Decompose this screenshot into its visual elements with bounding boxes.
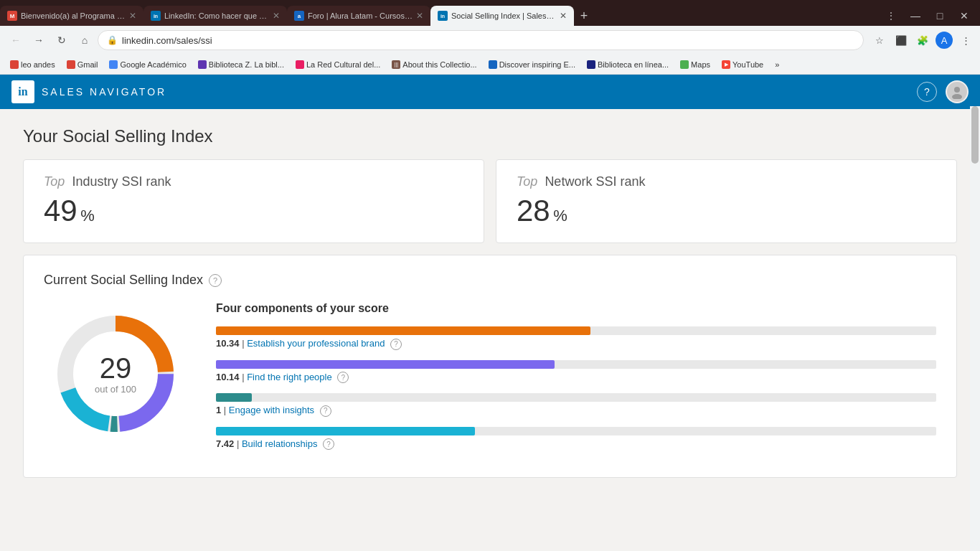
ssi-card: Current Social Selling Index ? [23,255,957,478]
network-rank-value-row: 28 % [517,194,936,228]
component-build-help-icon[interactable]: ? [323,438,334,450]
component-engage-help-icon[interactable]: ? [320,405,331,417]
component-build-bar-fill [216,427,475,435]
component-find-link[interactable]: Find the right people [247,372,332,382]
component-find-help-icon[interactable]: ? [337,372,349,383]
user-avatar[interactable] [946,80,969,103]
industry-rank-header: Top Industry SSI rank [44,174,463,191]
toolbar-icons: ☆ ⬛ 🧩 A ⋮ [871,32,974,49]
bookmark-about-collection[interactable]: ||| About this Collectio... [387,59,481,70]
rank-cards-row: Top Industry SSI rank 49 % Top Network S… [23,159,957,243]
new-tab-button[interactable]: + [574,6,594,26]
minimize-btn[interactable]: — [905,6,925,26]
tab-linkedin[interactable]: in LinkedIn: Como hacer que tu per... ✕ [143,6,287,26]
linkedin-in-text: in [18,85,27,98]
header-right: ? [917,80,969,103]
component-brand-bar-fill [216,326,590,335]
industry-rank-number: 49 [44,194,77,227]
component-engage-value: 1 [216,405,221,415]
donut-label: out of 100 [95,384,136,395]
tab3-close[interactable]: ✕ [416,11,423,21]
ssi-help-icon[interactable]: ? [209,274,222,287]
bookmark-biblioteca-z[interactable]: Biblioteca Z. La bibl... [194,59,288,70]
component-brand-link[interactable]: Establish your professional brand [247,338,385,349]
component-brand-help-icon[interactable]: ? [390,339,402,350]
component-build-link[interactable]: Build relationships [242,438,318,449]
ssi-chart-area: 29 out of 100 [44,302,187,446]
component-build-value: 7.42 [216,438,234,449]
network-rank-card: Top Network SSI rank 28 % [496,159,957,243]
help-header-icon[interactable]: ? [917,82,937,102]
network-rank-header: Top Network SSI rank [517,174,936,191]
component-engage-bar-bg [216,393,936,402]
browser-chrome: M Bienvenido(a) al Programa ONE... ✕ in … [0,0,980,75]
network-top-label: Top [517,174,537,189]
address-bar[interactable]: 🔒 linkedin.com/sales/ssi [98,30,864,50]
tab1-label: Bienvenido(a) al Programa ONE... [21,11,126,20]
back-btn[interactable]: ← [6,30,26,50]
tab-ssi-active[interactable]: in Social Selling Index | Sales Navig...… [430,6,574,26]
reload-btn[interactable]: ↻ [52,30,72,50]
main-content: Your Social Selling Index Top Industry S… [0,109,980,551]
component-brand-value: 10.34 [216,338,240,349]
ssi-title-text: Current Social Selling Index [44,273,203,288]
bookmark-red-cultural[interactable]: La Red Cultural del... [291,59,385,70]
component-build-bar-bg [216,427,936,435]
bookmark-leo-andes[interactable]: leo andes [6,59,60,70]
components-title: Four components of your score [216,302,936,315]
industry-rank-label: Industry SSI rank [72,174,171,189]
component-build: 7.42 | Build relationships ? [216,427,936,451]
bookmark-google-academico[interactable]: Google Académico [105,59,190,70]
industry-rank-value-row: 49 % [44,194,463,228]
components-area: Four components of your score 10.34 | Es… [216,302,936,460]
svg-point-1 [952,94,962,99]
bookmarks-bar: leo andes Gmail Google Académico Bibliot… [0,55,980,75]
tab4-label: Social Selling Index | Sales Navig... [451,11,556,20]
component-engage: 1 | Engage with insights ? [216,393,936,417]
chrome-menu-icon[interactable]: ⋮ [957,32,974,49]
component-brand-bar-bg [216,326,936,335]
logo-area: in SALES NAVIGATOR [11,80,166,103]
maximize-btn[interactable]: □ [930,6,950,26]
address-text: linkedin.com/sales/ssi [122,35,212,46]
forward-btn[interactable]: → [29,30,49,50]
ssi-content: 29 out of 100 Four components of your sc… [44,302,936,460]
component-find-value: 10.14 [216,372,240,382]
tab2-close[interactable]: ✕ [273,11,280,21]
component-engage-label: 1 | Engage with insights ? [216,405,936,417]
network-rank-number: 28 [517,194,550,227]
donut-value: 29 [95,354,136,382]
bookmark-youtube[interactable]: ▶ YouTube [717,59,768,70]
tab-gmail[interactable]: M Bienvenido(a) al Programa ONE... ✕ [0,6,143,26]
component-engage-link[interactable]: Engage with insights [229,405,314,415]
tab4-close[interactable]: ✕ [560,11,567,21]
tab-bar: M Bienvenido(a) al Programa ONE... ✕ in … [0,0,980,26]
home-btn[interactable]: ⌂ [75,30,95,50]
close-btn[interactable]: ✕ [954,6,974,26]
linkedin-logo[interactable]: in [11,80,34,103]
component-brand-label: 10.34 | Establish your professional bran… [216,338,936,350]
bookmark-maps[interactable]: Maps [676,59,715,70]
bookmark-biblioteca-linea[interactable]: Biblioteca en línea... [583,59,673,70]
tab-alura[interactable]: a Foro | Alura Latam - Cursos onlin... ✕ [287,6,430,26]
bookmark-more[interactable]: » [771,59,783,70]
product-name: SALES NAVIGATOR [42,86,166,98]
industry-top-label: Top [44,174,65,189]
scrollbar-track [970,106,980,551]
extensions-icon[interactable]: 🧩 [914,32,931,49]
profile-icon[interactable]: A [936,32,953,49]
bookmark-discover[interactable]: Discover inspiring E... [484,59,580,70]
page-title: Your Social Selling Index [23,126,957,146]
tab2-label: LinkedIn: Como hacer que tu per... [164,11,269,20]
cast-icon[interactable]: ⬛ [892,32,910,49]
svg-point-0 [954,87,960,93]
component-brand: 10.34 | Establish your professional bran… [216,326,936,350]
component-find-bar-bg [216,360,936,369]
industry-rank-card: Top Industry SSI rank 49 % [23,159,484,243]
bookmark-star-icon[interactable]: ☆ [871,32,888,49]
component-build-label: 7.42 | Build relationships ? [216,438,936,451]
scrollbar-thumb[interactable] [971,106,979,164]
browser-menu-btn[interactable]: ⋮ [881,6,901,26]
bookmark-gmail[interactable]: Gmail [62,59,103,70]
tab1-close[interactable]: ✕ [129,11,136,21]
